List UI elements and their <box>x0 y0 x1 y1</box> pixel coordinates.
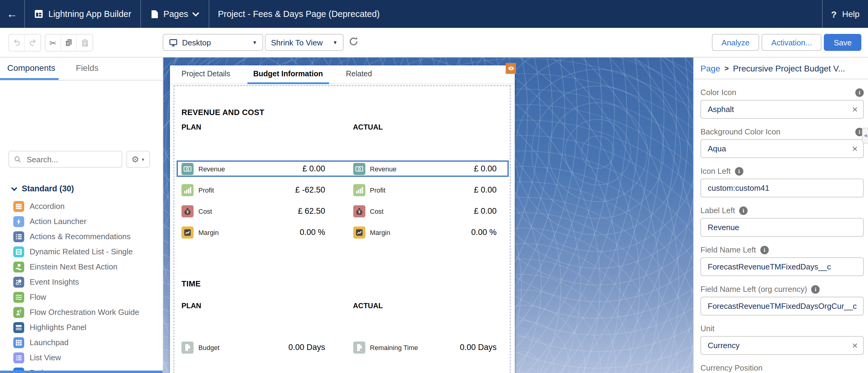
undo-button[interactable] <box>9 34 25 51</box>
component-settings-button[interactable]: ⚙ ▼ <box>126 151 150 168</box>
info-icon[interactable]: i <box>760 246 769 254</box>
scissors-icon: ✂ <box>49 38 56 47</box>
activation-button[interactable]: Activation... <box>762 34 822 51</box>
component-item[interactable]: List View <box>0 350 163 365</box>
info-icon[interactable]: i <box>855 88 864 96</box>
info-icon[interactable]: i <box>739 206 748 214</box>
field-value: ForecastRevenueTMFixedDays__c <box>708 262 858 271</box>
list-view-icon <box>13 352 24 363</box>
question-mark-icon: ? <box>831 9 837 19</box>
record-page-tabs: Project Details Budget Information Relat… <box>170 65 515 84</box>
pages-menu-button[interactable]: Pages <box>141 9 209 19</box>
clear-icon[interactable]: × <box>852 341 858 350</box>
budget-section: TIMEPLANACTUALBudget0.00 DaysRemaining T… <box>182 279 497 355</box>
metric-value: 0.00 % <box>300 228 325 237</box>
metric-row[interactable]: Profit£ -62.50Profit£ 0.00 <box>182 182 497 198</box>
metric-cell: $Cost£ 62.50 <box>182 205 325 217</box>
help-button[interactable]: ? Help <box>823 9 868 19</box>
gear-icon: ⚙ <box>131 155 139 164</box>
component-item[interactable]: Dynamic Related List - Single <box>0 244 163 259</box>
component-item[interactable]: Actions & Recommendations <box>0 229 163 244</box>
app-name: Lightning App Builder <box>49 9 131 19</box>
column-header: PLAN <box>182 302 325 310</box>
component-item[interactable]: Highlights Panel <box>0 320 163 335</box>
component-label: Launchpad <box>30 338 69 347</box>
panel-collapse-handle[interactable]: ◀ <box>862 128 868 144</box>
component-item[interactable]: Flow Orchestration Work Guide <box>0 305 163 320</box>
field-input[interactable]: ForecastRevenueTMFixedDays__c <box>701 257 864 276</box>
analyze-button[interactable]: Analyze <box>712 34 760 51</box>
redo-button[interactable] <box>25 34 40 51</box>
component-item[interactable]: Einstein Next Best Action <box>0 259 163 274</box>
metric-label: Revenue <box>198 165 225 172</box>
metric-value: £ 0.00 <box>474 185 497 194</box>
clear-icon[interactable]: × <box>852 105 858 114</box>
eye-icon <box>507 65 515 72</box>
report-icon <box>353 341 365 353</box>
breadcrumb-page-link[interactable]: Page <box>701 63 720 73</box>
field-input[interactable]: Aqua× <box>701 139 864 158</box>
component-item[interactable]: Action Launcher <box>0 214 163 229</box>
cut-button[interactable]: ✂ <box>45 34 61 51</box>
metric-row[interactable]: $Cost£ 62.50$Cost£ 0.00 <box>182 203 497 219</box>
info-icon[interactable]: i <box>811 285 820 293</box>
metric-label: Margin <box>370 229 390 236</box>
toolbar: ✂ Desktop ▼ Shrink To View ▼ Analyze Act… <box>0 28 868 58</box>
component-label: Flow <box>30 292 46 302</box>
field-input[interactable]: Revenue <box>701 218 864 237</box>
metric-cell: Margin0.00 % <box>353 226 497 238</box>
bar-chart-icon <box>353 184 365 196</box>
field-input[interactable]: Asphalt× <box>701 100 864 119</box>
chevron-down-icon <box>11 185 17 191</box>
field-input[interactable]: ForecastRevenueTMFixedDaysOrgCur__c <box>701 297 864 315</box>
field-value: Aqua <box>708 144 852 153</box>
property-field: Field Name Left (org currency)iForecastR… <box>701 284 864 315</box>
budget-component-region[interactable]: REVENUE AND COSTPLANACTUALRevenue£ 0.00R… <box>174 85 510 373</box>
info-icon[interactable]: i <box>735 167 743 175</box>
components-sidebar: Components Fields ⚙ ▼ Standard (30) Acco… <box>0 58 163 373</box>
metric-value: £ 0.00 <box>474 164 497 173</box>
metric-row[interactable]: Margin0.00 %Margin0.00 % <box>182 224 497 240</box>
budget-section: REVENUE AND COSTPLANACTUALRevenue£ 0.00R… <box>182 108 497 240</box>
app-brand: Lightning App Builder <box>25 9 140 19</box>
component-label: Accordion <box>30 202 65 211</box>
component-item[interactable]: Event Insights <box>0 274 163 289</box>
paste-button[interactable] <box>77 34 93 51</box>
actions-recommendations-icon <box>13 231 24 242</box>
field-input[interactable]: custom:custom41 <box>701 179 864 197</box>
device-selector[interactable]: Desktop ▼ <box>163 34 263 51</box>
tab-budget-information[interactable]: Budget Information <box>247 65 329 84</box>
metric-cell: Remaining Time0.00 Days <box>353 341 497 353</box>
property-field: Label LeftiRevenue <box>701 205 864 237</box>
field-label: Background Color Icon <box>701 127 781 136</box>
page-icon <box>151 9 158 19</box>
component-label: List View <box>30 353 61 362</box>
component-item[interactable]: Flow <box>0 289 163 305</box>
pages-label: Pages <box>163 9 188 19</box>
component-item[interactable]: Accordion <box>0 199 163 214</box>
tab-components[interactable]: Components <box>0 58 59 80</box>
clear-icon[interactable]: × <box>852 144 858 153</box>
metric-row[interactable]: Budget0.00 DaysRemaining Time0.00 Days <box>182 339 497 355</box>
view-mode-selector[interactable]: Shrink To View ▼ <box>265 34 344 51</box>
tab-related[interactable]: Related <box>346 65 372 84</box>
column-header: PLAN <box>182 123 325 132</box>
copy-button[interactable] <box>61 34 77 51</box>
search-input[interactable] <box>25 154 117 164</box>
tab-fields[interactable]: Fields <box>72 58 102 80</box>
metric-row-selected[interactable]: Revenue£ 0.00Revenue£ 0.00 <box>177 161 509 177</box>
field-input[interactable]: Currency× <box>701 336 864 355</box>
component-item[interactable]: Launchpad <box>0 335 163 350</box>
section-standard-header[interactable]: Standard (30) <box>0 184 163 193</box>
refresh-button[interactable] <box>348 36 362 50</box>
component-label: Action Launcher <box>30 217 87 226</box>
save-button[interactable]: Save <box>824 34 861 51</box>
section-title: TIME <box>182 279 497 288</box>
column-header: ACTUAL <box>353 123 497 132</box>
monitor-icon <box>169 38 178 47</box>
back-button[interactable]: ← <box>0 7 24 20</box>
metric-label: Budget <box>198 344 220 351</box>
tab-project-details[interactable]: Project Details <box>182 65 230 84</box>
visibility-rule-badge[interactable] <box>506 63 516 74</box>
flow-orchestration-icon <box>13 307 24 318</box>
